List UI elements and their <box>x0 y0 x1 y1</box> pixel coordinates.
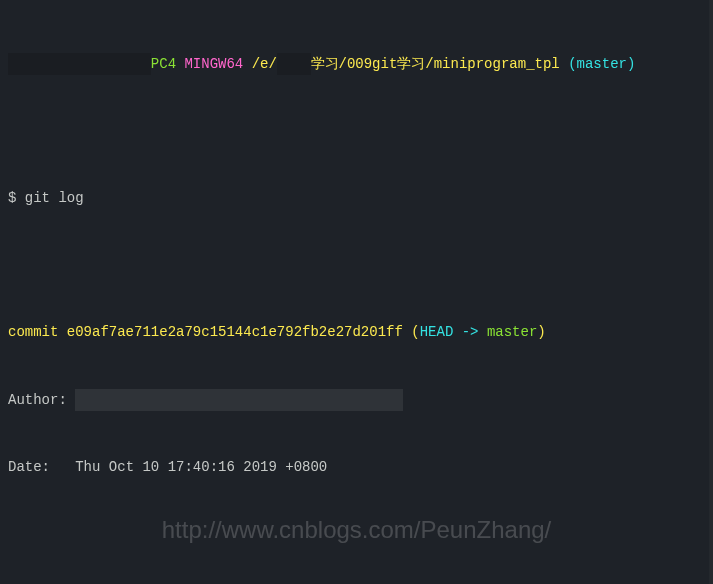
ref-open: ( <box>403 324 420 340</box>
branch-open: ( <box>560 56 577 72</box>
blank-line <box>8 254 705 276</box>
prompt-symbol: $ <box>8 190 25 206</box>
terminal-output[interactable]: PC4 MINGW64 /e/ 学习/009git学习/miniprogram_… <box>8 8 705 584</box>
author-label: Author: <box>8 392 67 408</box>
author-redacted <box>75 389 403 411</box>
commit-line: commit e09af7ae711e2a79c15144c1e792fb2e2… <box>8 321 705 343</box>
command-text: git log <box>25 190 84 206</box>
path-suffix: /009git学习/miniprogram_tpl <box>339 56 560 72</box>
branch-name: master <box>577 56 627 72</box>
host-suffix: PC4 <box>151 56 176 72</box>
commit-hash: e09af7ae711e2a79c15144c1e792fb2e27d201ff <box>67 324 403 340</box>
date-label: Date: <box>8 459 75 475</box>
path-prefix: /e/ <box>252 56 277 72</box>
blank-line <box>8 523 705 545</box>
scrollbar[interactable] <box>709 0 713 584</box>
blank-line <box>8 120 705 142</box>
head-ref: HEAD -> <box>420 324 487 340</box>
commit-label: commit <box>8 324 67 340</box>
prompt-line: PC4 MINGW64 /e/ 学习/009git学习/miniprogram_… <box>8 53 705 75</box>
date-value: Thu Oct 10 17:40:16 2019 +0800 <box>75 459 327 475</box>
redacted-username <box>8 53 151 75</box>
shell-name: MINGW64 <box>184 56 243 72</box>
date-line: Date: Thu Oct 10 17:40:16 2019 +0800 <box>8 456 705 478</box>
command-line: $ git log <box>8 187 705 209</box>
ref-close: ) <box>537 324 545 340</box>
branch-close: ) <box>627 56 635 72</box>
branch-ref: master <box>487 324 537 340</box>
author-line: Author: <box>8 389 705 411</box>
path-mid: 学习 <box>311 56 339 72</box>
redacted-path <box>277 53 311 75</box>
